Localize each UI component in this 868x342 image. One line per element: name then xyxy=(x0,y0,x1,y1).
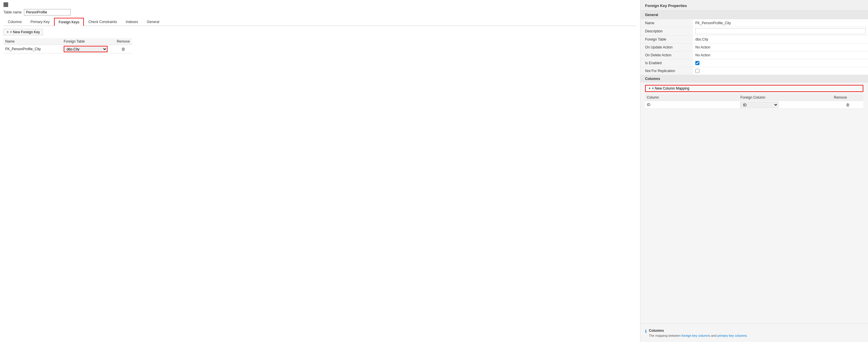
on-update-value: No Action xyxy=(695,45,710,49)
mapping-header-column: Column xyxy=(645,94,739,101)
info-title: Columns xyxy=(649,329,748,333)
tab-foreign-keys[interactable]: Foreign Keys xyxy=(54,18,84,26)
plus-icon-mapping: + xyxy=(649,87,651,91)
foreign-key-table: Name Foreign Table Remove FK_PersonProfi… xyxy=(3,38,132,54)
prop-label-name: Name xyxy=(641,19,693,27)
new-mapping-label: + New Column Mapping xyxy=(652,87,689,91)
new-foreign-key-label: + New Foreign Key xyxy=(10,30,40,34)
fk-name-cell: FK_PersonProfile_City xyxy=(3,45,62,54)
mapping-column-cell: ID xyxy=(645,101,739,109)
mapping-header-foreign-column: Foreign Column xyxy=(739,94,832,101)
is-enabled-checkbox[interactable] xyxy=(695,61,700,65)
foreign-table-select[interactable]: dbo.City xyxy=(64,46,107,52)
delete-mapping-icon[interactable]: 🗑 xyxy=(846,102,850,107)
tab-primary-key[interactable]: Primary Key xyxy=(26,18,54,26)
general-section-header: General xyxy=(641,10,868,19)
prop-label-foreign-table: Foreign Table xyxy=(641,36,693,43)
fk-name-value: FK_PersonProfile_City xyxy=(695,21,731,25)
prop-value-description[interactable] xyxy=(693,27,868,36)
bottom-info: ℹ Columns The mapping between foreign ke… xyxy=(641,323,868,342)
info-description: The mapping between foreign key columns … xyxy=(649,334,748,337)
fk-table-header-remove: Remove xyxy=(115,38,132,45)
table-row: ID ID 🗑 xyxy=(645,101,863,109)
prop-value-name: FK_PersonProfile_City xyxy=(693,19,868,27)
prop-label-description: Description xyxy=(641,27,693,36)
description-input[interactable] xyxy=(695,28,866,34)
fk-foreign-table-cell[interactable]: dbo.City xyxy=(62,45,115,54)
tab-indexes[interactable]: Indexes xyxy=(121,18,142,26)
info-link-primary[interactable]: primary key columns xyxy=(717,334,747,337)
fk-table-header-name: Name xyxy=(3,38,62,45)
mapping-header-remove: Remove xyxy=(832,94,863,101)
new-foreign-key-button[interactable]: + + New Foreign Key xyxy=(3,29,43,35)
prop-label-on-update: On Update Action xyxy=(641,43,693,52)
info-circle-icon: ℹ xyxy=(645,329,647,334)
prop-value-not-for-replication[interactable] xyxy=(693,67,868,75)
foreign-table-value: dbo.City xyxy=(695,37,708,41)
prop-value-on-delete: No Action xyxy=(693,52,868,59)
prop-value-is-enabled[interactable] xyxy=(693,59,868,67)
fk-table-header-foreign-table: Foreign Table xyxy=(62,38,115,45)
right-panel: Foreign Key Properties General Name FK_P… xyxy=(640,0,868,342)
fk-remove-cell[interactable]: 🗑 xyxy=(115,45,132,54)
prop-value-foreign-table: dbo.City xyxy=(693,36,868,43)
mapping-remove-cell[interactable]: 🗑 xyxy=(832,101,863,109)
tab-general[interactable]: General xyxy=(142,18,164,26)
column-mapping-table: Column Foreign Column Remove ID ID 🗑 xyxy=(645,94,863,109)
prop-label-not-for-replication: Not For Replication xyxy=(641,67,693,75)
new-column-mapping-button[interactable]: + + New Column Mapping xyxy=(645,85,863,92)
plus-icon: + xyxy=(7,30,9,34)
tab-check-constraints[interactable]: Check Constraints xyxy=(84,18,121,26)
info-link-foreign[interactable]: foreign key columns xyxy=(682,334,710,337)
table-name-label: Table name xyxy=(3,10,22,14)
tabs-bar: Columns Primary Key Foreign Keys Check C… xyxy=(3,18,637,26)
not-for-replication-checkbox[interactable] xyxy=(695,69,700,73)
prop-label-on-delete: On Delete Action xyxy=(641,52,693,59)
on-delete-value: No Action xyxy=(695,53,710,57)
properties-grid: Name FK_PersonProfile_City Description F… xyxy=(641,19,868,75)
columns-section-header: Columns xyxy=(641,75,868,82)
prop-label-is-enabled: Is Enabled xyxy=(641,59,693,67)
table-row: FK_PersonProfile_City dbo.City 🗑 xyxy=(3,45,132,54)
app-icon xyxy=(3,2,8,7)
prop-value-on-update: No Action xyxy=(693,43,868,52)
delete-fk-icon[interactable]: 🗑 xyxy=(121,47,125,52)
tab-columns[interactable]: Columns xyxy=(3,18,26,26)
mapping-foreign-column-cell[interactable]: ID xyxy=(739,101,832,109)
table-name-input[interactable] xyxy=(24,9,71,15)
foreign-column-select[interactable]: ID xyxy=(740,102,778,108)
panel-title: Foreign Key Properties xyxy=(641,0,868,10)
